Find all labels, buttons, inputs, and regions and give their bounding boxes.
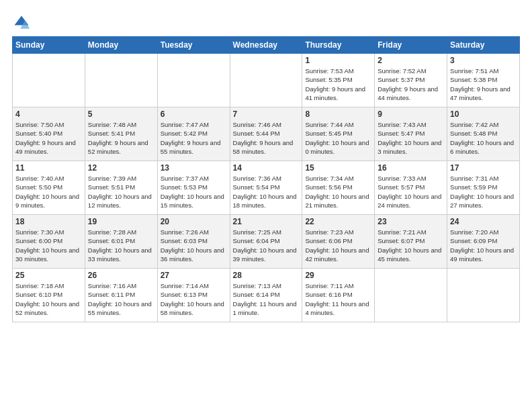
day-info: Sunrise: 7:13 AM Sunset: 6:14 PM Dayligh… (233, 281, 300, 317)
day-info: Sunrise: 7:23 AM Sunset: 6:06 PM Dayligh… (305, 228, 371, 263)
calendar-cell: 15Sunrise: 7:34 AM Sunset: 5:56 PM Dayli… (302, 161, 375, 215)
day-number: 25 (15, 271, 82, 280)
day-info: Sunrise: 7:18 AM Sunset: 6:10 PM Dayligh… (15, 281, 82, 317)
calendar-cell (157, 54, 230, 107)
header-row: SundayMondayTuesdayWednesdayThursdayFrid… (13, 37, 520, 54)
day-number: 12 (88, 163, 154, 173)
day-info: Sunrise: 7:52 AM Sunset: 5:37 PM Dayligh… (378, 66, 444, 102)
header-cell-thursday: Thursday (302, 37, 375, 54)
day-number: 1 (305, 56, 371, 65)
day-info: Sunrise: 7:50 AM Sunset: 5:40 PM Dayligh… (15, 120, 82, 156)
calendar-cell: 29Sunrise: 7:11 AM Sunset: 6:16 PM Dayli… (302, 269, 375, 322)
calendar-cell: 4Sunrise: 7:50 AM Sunset: 5:40 PM Daylig… (13, 107, 85, 161)
calendar-cell: 11Sunrise: 7:40 AM Sunset: 5:50 PM Dayli… (13, 161, 85, 215)
header-cell-friday: Friday (375, 37, 447, 54)
calendar-cell: 19Sunrise: 7:28 AM Sunset: 6:01 PM Dayli… (85, 215, 157, 269)
day-info: Sunrise: 7:44 AM Sunset: 5:45 PM Dayligh… (305, 120, 371, 156)
day-number: 14 (233, 163, 300, 173)
page-container: SundayMondayTuesdayWednesdayThursdayFrid… (0, 0, 532, 329)
day-info: Sunrise: 7:31 AM Sunset: 5:59 PM Dayligh… (450, 174, 517, 210)
calendar-cell: 8Sunrise: 7:44 AM Sunset: 5:45 PM Daylig… (302, 107, 375, 161)
calendar-cell: 25Sunrise: 7:18 AM Sunset: 6:10 PM Dayli… (13, 269, 85, 322)
calendar-cell: 17Sunrise: 7:31 AM Sunset: 5:59 PM Dayli… (447, 161, 520, 215)
calendar-cell: 5Sunrise: 7:48 AM Sunset: 5:41 PM Daylig… (85, 107, 157, 161)
calendar-cell (85, 54, 157, 107)
day-number: 10 (450, 109, 517, 119)
day-number: 23 (378, 217, 444, 226)
calendar-cell: 28Sunrise: 7:13 AM Sunset: 6:14 PM Dayli… (230, 269, 302, 322)
header (12, 11, 520, 32)
week-row-4: 18Sunrise: 7:30 AM Sunset: 6:00 PM Dayli… (13, 215, 520, 269)
day-number: 9 (378, 109, 444, 119)
day-number: 2 (378, 56, 444, 65)
day-number: 8 (305, 109, 371, 119)
calendar-cell (447, 269, 520, 322)
day-info: Sunrise: 7:26 AM Sunset: 6:03 PM Dayligh… (161, 228, 227, 263)
calendar-cell (13, 54, 85, 107)
calendar-cell (230, 54, 302, 107)
header-cell-tuesday: Tuesday (157, 37, 230, 54)
calendar-cell: 2Sunrise: 7:52 AM Sunset: 5:37 PM Daylig… (375, 54, 447, 107)
day-info: Sunrise: 7:47 AM Sunset: 5:42 PM Dayligh… (161, 120, 227, 156)
calendar-cell: 22Sunrise: 7:23 AM Sunset: 6:06 PM Dayli… (302, 215, 375, 269)
calendar-cell: 3Sunrise: 7:51 AM Sunset: 5:38 PM Daylig… (447, 54, 520, 107)
day-info: Sunrise: 7:14 AM Sunset: 6:13 PM Dayligh… (161, 281, 227, 317)
day-number: 4 (15, 109, 82, 119)
day-info: Sunrise: 7:53 AM Sunset: 5:35 PM Dayligh… (305, 66, 371, 102)
day-number: 5 (88, 109, 154, 119)
day-info: Sunrise: 7:36 AM Sunset: 5:54 PM Dayligh… (233, 174, 300, 210)
day-number: 16 (378, 163, 444, 173)
calendar-cell: 13Sunrise: 7:37 AM Sunset: 5:53 PM Dayli… (157, 161, 230, 215)
day-number: 7 (233, 109, 300, 119)
calendar-cell: 26Sunrise: 7:16 AM Sunset: 6:11 PM Dayli… (85, 269, 157, 322)
day-number: 13 (161, 163, 227, 173)
header-cell-monday: Monday (85, 37, 157, 54)
day-number: 28 (233, 271, 300, 280)
day-number: 27 (161, 271, 227, 280)
day-info: Sunrise: 7:16 AM Sunset: 6:11 PM Dayligh… (88, 281, 154, 317)
day-info: Sunrise: 7:39 AM Sunset: 5:51 PM Dayligh… (88, 174, 154, 210)
day-info: Sunrise: 7:20 AM Sunset: 6:09 PM Dayligh… (450, 228, 517, 263)
day-info: Sunrise: 7:33 AM Sunset: 5:57 PM Dayligh… (378, 174, 444, 210)
calendar-cell: 21Sunrise: 7:25 AM Sunset: 6:04 PM Dayli… (230, 215, 302, 269)
calendar-cell: 24Sunrise: 7:20 AM Sunset: 6:09 PM Dayli… (447, 215, 520, 269)
day-number: 15 (305, 163, 371, 173)
day-number: 29 (305, 271, 371, 280)
calendar-cell: 1Sunrise: 7:53 AM Sunset: 5:35 PM Daylig… (302, 54, 375, 107)
day-number: 20 (161, 217, 227, 226)
calendar-cell: 6Sunrise: 7:47 AM Sunset: 5:42 PM Daylig… (157, 107, 230, 161)
calendar-cell: 7Sunrise: 7:46 AM Sunset: 5:44 PM Daylig… (230, 107, 302, 161)
day-info: Sunrise: 7:25 AM Sunset: 6:04 PM Dayligh… (233, 228, 300, 263)
day-info: Sunrise: 7:34 AM Sunset: 5:56 PM Dayligh… (305, 174, 371, 210)
day-number: 11 (15, 163, 82, 173)
calendar-cell: 16Sunrise: 7:33 AM Sunset: 5:57 PM Dayli… (375, 161, 447, 215)
week-row-3: 11Sunrise: 7:40 AM Sunset: 5:50 PM Dayli… (13, 161, 520, 215)
day-number: 6 (161, 109, 227, 119)
calendar-cell: 10Sunrise: 7:42 AM Sunset: 5:48 PM Dayli… (447, 107, 520, 161)
day-info: Sunrise: 7:43 AM Sunset: 5:47 PM Dayligh… (378, 120, 444, 156)
day-number: 21 (233, 217, 300, 226)
header-cell-saturday: Saturday (447, 37, 520, 54)
week-row-2: 4Sunrise: 7:50 AM Sunset: 5:40 PM Daylig… (13, 107, 520, 161)
calendar-cell: 23Sunrise: 7:21 AM Sunset: 6:07 PM Dayli… (375, 215, 447, 269)
header-cell-sunday: Sunday (13, 37, 85, 54)
day-number: 26 (88, 271, 154, 280)
calendar-cell: 12Sunrise: 7:39 AM Sunset: 5:51 PM Dayli… (85, 161, 157, 215)
day-info: Sunrise: 7:48 AM Sunset: 5:41 PM Dayligh… (88, 120, 154, 156)
calendar-cell: 9Sunrise: 7:43 AM Sunset: 5:47 PM Daylig… (375, 107, 447, 161)
day-number: 19 (88, 217, 154, 226)
day-info: Sunrise: 7:28 AM Sunset: 6:01 PM Dayligh… (88, 228, 154, 263)
day-number: 22 (305, 217, 371, 226)
header-cell-wednesday: Wednesday (230, 37, 302, 54)
calendar-table: SundayMondayTuesdayWednesdayThursdayFrid… (12, 36, 520, 322)
calendar-cell: 14Sunrise: 7:36 AM Sunset: 5:54 PM Dayli… (230, 161, 302, 215)
calendar-body: 1Sunrise: 7:53 AM Sunset: 5:35 PM Daylig… (13, 54, 520, 322)
day-info: Sunrise: 7:30 AM Sunset: 6:00 PM Dayligh… (15, 228, 82, 263)
day-number: 18 (15, 217, 82, 226)
day-info: Sunrise: 7:40 AM Sunset: 5:50 PM Dayligh… (15, 174, 82, 210)
day-info: Sunrise: 7:21 AM Sunset: 6:07 PM Dayligh… (378, 228, 444, 263)
day-info: Sunrise: 7:37 AM Sunset: 5:53 PM Dayligh… (161, 174, 227, 210)
day-info: Sunrise: 7:51 AM Sunset: 5:38 PM Dayligh… (450, 66, 517, 102)
day-info: Sunrise: 7:42 AM Sunset: 5:48 PM Dayligh… (450, 120, 517, 156)
week-row-1: 1Sunrise: 7:53 AM Sunset: 5:35 PM Daylig… (13, 54, 520, 107)
